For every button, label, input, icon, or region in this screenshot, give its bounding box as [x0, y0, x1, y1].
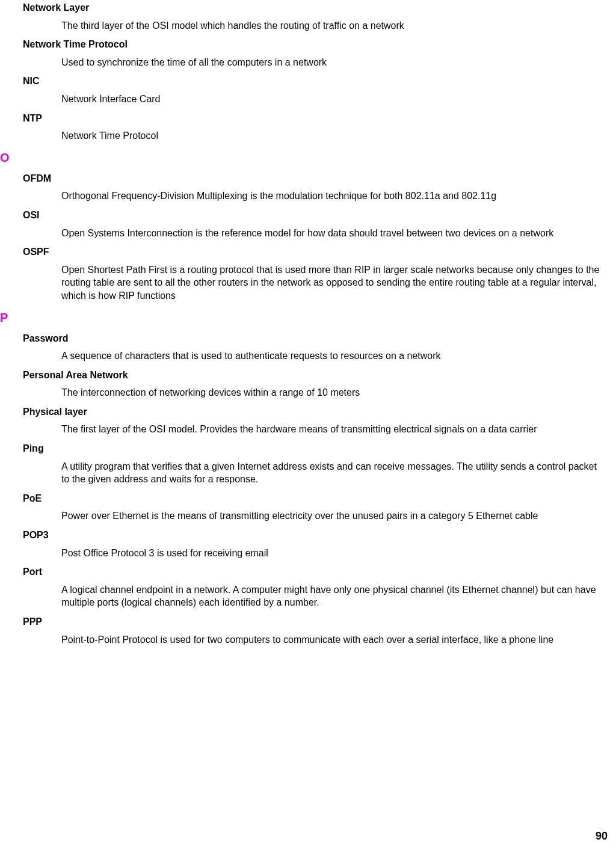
- glossary-term: OSPF: [23, 245, 616, 259]
- glossary-term: Network Time Protocol: [23, 38, 616, 51]
- glossary-definition: A logical channel endpoint in a network.…: [61, 583, 616, 609]
- glossary-definition: Orthogonal Frequency-Division Multiplexi…: [61, 189, 616, 203]
- glossary-term: OFDM: [23, 172, 616, 185]
- glossary-content: Network LayerThe third layer of the OSI …: [0, 1, 616, 646]
- glossary-term: Physical layer: [23, 405, 616, 419]
- glossary-definition: The first layer of the OSI model. Provid…: [61, 423, 616, 436]
- glossary-term: NIC: [23, 75, 616, 88]
- glossary-definition: Used to synchronize the time of all the …: [61, 56, 616, 69]
- glossary-definition: The third layer of the OSI model which h…: [61, 19, 616, 32]
- glossary-term: OSI: [23, 209, 616, 222]
- glossary-definition: Point-to-Point Protocol is used for two …: [61, 633, 616, 647]
- glossary-term: Ping: [23, 442, 616, 455]
- glossary-definition: A utility program that verifies that a g…: [61, 460, 616, 486]
- section-letter: P: [0, 310, 616, 326]
- glossary-definition: Post Office Protocol 3 is used for recei…: [61, 547, 616, 560]
- glossary-term: PoE: [23, 492, 616, 505]
- glossary-definition: The interconnection of networking device…: [61, 386, 616, 399]
- glossary-definition: Open Systems Interconnection is the refe…: [61, 227, 616, 240]
- glossary-term: POP3: [23, 529, 616, 542]
- glossary-term: Network Layer: [23, 1, 616, 14]
- glossary-page: Network LayerThe third layer of the OSI …: [0, 0, 616, 848]
- glossary-term: NTP: [23, 112, 616, 125]
- glossary-term: Personal Area Network: [23, 369, 616, 382]
- section-letter: O: [0, 150, 616, 166]
- page-number: 90: [596, 829, 608, 843]
- glossary-definition: Network Time Protocol: [61, 129, 616, 143]
- glossary-definition: Network Interface Card: [61, 93, 616, 106]
- glossary-term: PPP: [23, 615, 616, 628]
- glossary-definition: A sequence of characters that is used to…: [61, 349, 616, 363]
- glossary-term: Password: [23, 332, 616, 345]
- glossary-term: Port: [23, 565, 616, 579]
- glossary-definition: Open Shortest Path First is a routing pr…: [61, 263, 616, 303]
- glossary-definition: Power over Ethernet is the means of tran…: [61, 509, 616, 523]
